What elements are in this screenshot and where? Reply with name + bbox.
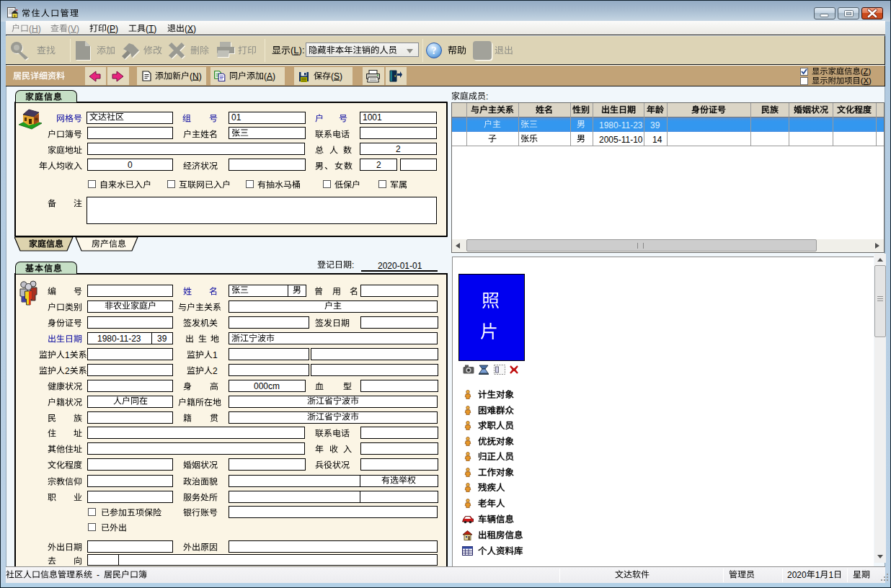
svg-text:(Z): (Z)	[861, 67, 872, 76]
svg-text::: :	[352, 260, 354, 270]
svg-text:(T): (T)	[146, 24, 156, 34]
svg-text:(P): (P)	[107, 24, 118, 34]
svg-text:1980-11-23: 1980-11-23	[97, 334, 141, 344]
svg-text:(H): (H)	[29, 24, 41, 34]
svg-text:(X): (X)	[185, 24, 196, 34]
svg-text:000cm: 000cm	[254, 381, 280, 391]
svg-text:1: 1	[213, 350, 218, 360]
svg-text:?: ?	[432, 45, 437, 56]
svg-text:2: 2	[396, 144, 401, 154]
svg-text:(L):: (L):	[291, 45, 305, 55]
svg-text:01: 01	[231, 112, 241, 122]
svg-text:2020: 2020	[787, 570, 807, 580]
svg-text:1001: 1001	[363, 112, 382, 122]
svg-text:(A): (A)	[264, 71, 275, 81]
svg-text:(S): (S)	[331, 71, 342, 81]
svg-text:(V): (V)	[68, 24, 79, 34]
svg-text:1: 1	[815, 570, 820, 580]
svg-text:0: 0	[128, 160, 133, 170]
svg-text:(X): (X)	[861, 76, 872, 85]
svg-text:2: 2	[65, 366, 70, 376]
svg-text:2: 2	[376, 160, 381, 170]
svg-text:1: 1	[65, 350, 70, 360]
svg-text::: :	[486, 92, 488, 102]
svg-text:39: 39	[157, 334, 167, 344]
svg-text:-: -	[97, 570, 99, 580]
svg-text:2: 2	[213, 366, 218, 376]
svg-text:(N): (N)	[190, 71, 202, 81]
svg-text:1: 1	[828, 570, 833, 580]
